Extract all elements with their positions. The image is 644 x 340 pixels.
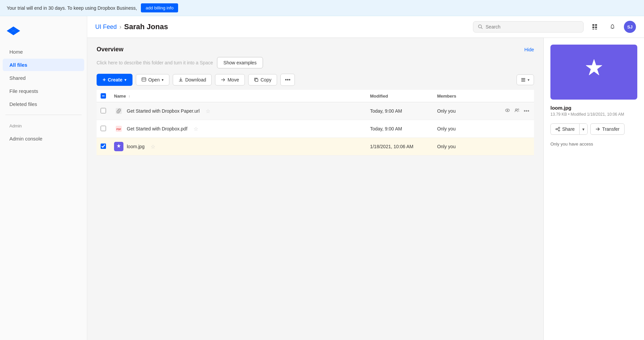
row-members-cell: Only you — [433, 138, 500, 156]
svg-point-23 — [556, 128, 557, 130]
svg-rect-7 — [595, 29, 597, 30]
svg-rect-10 — [255, 79, 258, 81]
svg-point-18 — [518, 109, 519, 110]
add-billing-btn[interactable]: add billing info — [141, 3, 178, 12]
row-check-cell[interactable] — [97, 102, 110, 120]
row-check-cell[interactable] — [97, 120, 110, 138]
sidebar-logo — [0, 21, 87, 45]
create-dropdown-icon: ▾ — [124, 78, 126, 82]
preview-container — [550, 45, 637, 100]
loom-icon — [114, 142, 123, 151]
grid-view-btn[interactable] — [589, 21, 601, 33]
view-action-btn[interactable] — [504, 107, 511, 115]
transfer-button[interactable]: Transfer — [590, 123, 625, 135]
row-actions-cell — [500, 120, 534, 138]
overview-placeholder-text[interactable]: Click here to describe this folder and t… — [97, 60, 213, 65]
row-modified-cell: Today, 9:00 AM — [366, 120, 433, 138]
indeterminate-checkbox[interactable] — [101, 93, 106, 99]
header: UI Feed › Sarah Jonas — [87, 16, 644, 38]
star-btn[interactable]: ☆ — [206, 108, 210, 114]
share-action-btn[interactable] — [514, 107, 520, 115]
file-name-text: loom.jpg — [127, 144, 145, 149]
file-icon-loom — [114, 142, 123, 151]
star-btn[interactable]: ☆ — [151, 144, 155, 150]
svg-point-25 — [558, 130, 560, 131]
header-right: SJ — [473, 21, 636, 33]
share-button[interactable]: Share — [550, 123, 579, 135]
sidebar: Home All files Shared File requests Dele… — [0, 16, 87, 340]
sort-icon: ↑ — [128, 94, 130, 98]
breadcrumb-current: Sarah Jonas — [124, 22, 168, 31]
sidebar-item-all-files[interactable]: All files — [3, 59, 84, 71]
hide-link[interactable]: Hide — [524, 47, 534, 52]
svg-point-16 — [507, 110, 508, 111]
sidebar-item-admin-console[interactable]: Admin console — [3, 132, 84, 145]
share-icon — [555, 127, 560, 131]
avatar[interactable]: SJ — [624, 21, 636, 33]
right-panel: loom.jpg 13.79 KB • Modified 1/18/2021, … — [543, 38, 644, 340]
download-button[interactable]: Download — [173, 74, 212, 86]
move-button[interactable]: Move — [215, 74, 245, 86]
copy-button[interactable]: Copy — [248, 74, 277, 86]
view-toggle-btn[interactable]: ▾ — [517, 74, 534, 85]
view-dropdown-icon: ▾ — [528, 78, 530, 82]
row-members-cell: Only you — [433, 120, 500, 138]
col-actions-header — [500, 90, 534, 102]
sidebar-item-home[interactable]: Home — [3, 46, 84, 58]
row-actions-cell — [500, 138, 534, 156]
open-icon — [142, 77, 146, 82]
file-name-cell: Get Started with Dropbox Paper.url ☆ — [114, 106, 362, 116]
row-checkbox-loom[interactable] — [101, 144, 106, 149]
col-name-header[interactable]: Name ↑ — [110, 90, 366, 102]
sidebar-item-deleted-files[interactable]: Deleted files — [3, 98, 84, 110]
move-icon — [221, 77, 225, 82]
select-all-header[interactable] — [97, 90, 110, 102]
svg-text:PDF: PDF — [116, 128, 121, 130]
overview-title: Overview — [97, 46, 123, 53]
row-actions-cell: ••• — [500, 102, 534, 120]
row-check-cell[interactable] — [97, 138, 110, 156]
create-button[interactable]: + Create ▾ — [97, 74, 132, 86]
copy-icon — [254, 77, 259, 82]
row-name-cell: PDF Get Started with Dropbox.pdf ☆ — [110, 120, 366, 138]
svg-rect-9 — [142, 78, 146, 81]
svg-point-24 — [558, 127, 560, 128]
open-button[interactable]: Open ▾ — [136, 74, 169, 86]
breadcrumb-parent[interactable]: UI Feed — [95, 23, 117, 31]
file-area: Overview Hide Click here to describe thi… — [87, 38, 543, 340]
eye-icon — [505, 108, 510, 113]
panel-file-info: loom.jpg 13.79 KB • Modified 1/18/2021, … — [550, 105, 637, 117]
file-name-cell: loom.jpg ☆ — [114, 142, 362, 151]
sidebar-divider — [5, 115, 82, 115]
page-body: Overview Hide Click here to describe thi… — [87, 38, 644, 340]
sidebar-item-file-requests[interactable]: File requests — [3, 85, 84, 97]
row-name-cell: loom.jpg ☆ — [110, 138, 366, 156]
more-options-btn[interactable]: ••• — [280, 74, 295, 86]
row-modified-cell: 1/18/2021, 10:06 AM — [366, 138, 433, 156]
star-btn[interactable]: ☆ — [194, 126, 198, 132]
list-view-icon — [521, 77, 526, 82]
row-members-cell: Only you — [433, 102, 500, 120]
svg-rect-6 — [592, 29, 594, 30]
transfer-icon — [595, 127, 600, 131]
svg-rect-12 — [521, 79, 525, 80]
share-dropdown-btn[interactable]: ▾ — [579, 123, 588, 135]
file-icon-pdf: PDF — [114, 124, 123, 133]
bell-icon — [609, 24, 615, 30]
file-name-text: Get Started with Dropbox.pdf — [127, 126, 187, 131]
more-row-btn[interactable]: ••• — [523, 107, 530, 115]
search-box[interactable] — [473, 21, 584, 33]
trial-message: Your trial will end in 30 days. To keep … — [7, 5, 137, 11]
notifications-btn[interactable] — [606, 21, 619, 33]
panel-file-meta: 13.79 KB • Modified 1/18/2021, 10:06 AM — [550, 112, 637, 117]
sidebar-item-shared[interactable]: Shared — [3, 72, 84, 84]
col-members-header: Members — [433, 90, 500, 102]
search-input[interactable] — [486, 24, 579, 30]
row-checkbox-dropbox-pdf[interactable] — [101, 126, 106, 131]
main-content: UI Feed › Sarah Jonas — [87, 16, 644, 340]
show-examples-btn[interactable]: Show examples — [217, 57, 263, 68]
file-icon-link — [114, 106, 123, 116]
svg-rect-11 — [521, 78, 525, 79]
dropbox-logo-icon — [7, 24, 20, 38]
row-checkbox-paper-url[interactable] — [101, 108, 106, 113]
